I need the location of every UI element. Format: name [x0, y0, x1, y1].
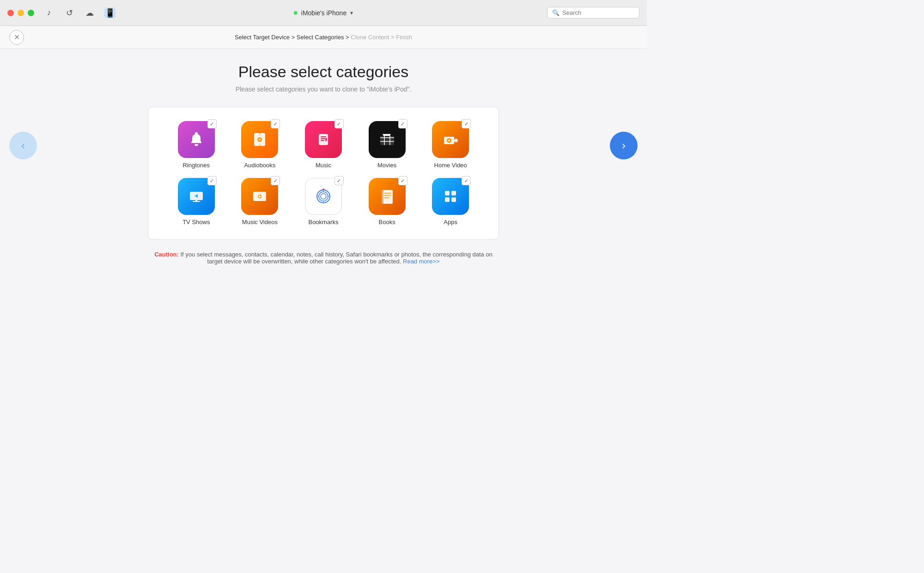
check-badge-music: ✓: [334, 119, 344, 128]
category-item-musicvideos[interactable]: ✓Music Videos: [231, 178, 290, 226]
category-item-ringtones[interactable]: ✓Ringtones: [167, 121, 226, 169]
step1-label: Select Target Device: [235, 34, 290, 41]
step4-label: Finish: [396, 34, 412, 41]
category-item-audiobooks[interactable]: ✓Audiobooks: [231, 121, 290, 169]
category-icon-wrap-apps: ✓: [432, 178, 469, 215]
history-icon[interactable]: ↺: [64, 7, 75, 18]
category-label-musicvideos: Music Videos: [242, 219, 278, 226]
breadcrumb-bar: ✕ Select Target Device > Select Categori…: [0, 26, 647, 49]
category-label-bookmarks: Bookmarks: [308, 219, 338, 226]
category-item-bookmarks[interactable]: ✓Bookmarks: [294, 178, 353, 226]
category-label-movies: Movies: [377, 162, 396, 169]
step2-label: Select Categories: [297, 34, 344, 41]
titlebar-icons: ♪ ↺ ☁ 📱: [43, 7, 116, 18]
category-label-audiobooks: Audiobooks: [244, 162, 275, 169]
device-name-label: iMobie's iPhone: [301, 9, 346, 17]
category-item-music[interactable]: ✓Music: [294, 121, 353, 169]
category-item-movies[interactable]: ✓Movies: [358, 121, 417, 169]
svg-rect-21: [451, 191, 456, 195]
check-badge-books: ✓: [398, 176, 407, 185]
search-icon: 🔍: [552, 9, 559, 16]
category-container: ✓Ringtones✓Audiobooks✓Music✓Movies✓Home …: [148, 107, 499, 240]
category-label-ringtones: Ringtones: [183, 162, 210, 169]
maximize-traffic-light[interactable]: [28, 10, 34, 16]
check-badge-apps: ✓: [462, 176, 471, 185]
caution-bar: Caution: If you select messages, contact…: [148, 251, 499, 265]
caution-text: If you select messages, contacts, calend…: [180, 251, 492, 265]
category-icon-wrap-audiobooks: ✓: [241, 121, 278, 158]
caution-label: Caution:: [154, 251, 179, 258]
back-button[interactable]: ‹: [9, 132, 37, 159]
check-badge-homevideo: ✓: [462, 119, 471, 128]
category-item-apps[interactable]: ✓Apps: [421, 178, 480, 226]
page-subtitle: Please select categories you want to clo…: [236, 85, 412, 93]
svg-point-6: [454, 139, 458, 142]
category-item-books[interactable]: ✓Books: [358, 178, 417, 226]
minimize-traffic-light[interactable]: [18, 10, 24, 16]
search-box[interactable]: 🔍: [547, 7, 639, 18]
category-label-music: Music: [316, 162, 331, 169]
search-input[interactable]: [562, 9, 634, 16]
category-icon-wrap-ringtones: ✓: [178, 121, 215, 158]
category-icon-wrap-tvshows: ✓: [178, 178, 215, 215]
svg-point-15: [319, 192, 328, 201]
check-badge-bookmarks: ✓: [334, 176, 344, 185]
category-icon-wrap-homevideo: ✓: [432, 121, 469, 158]
svg-rect-23: [451, 197, 456, 202]
close-button[interactable]: ✕: [9, 30, 24, 45]
music-icon[interactable]: ♪: [43, 7, 55, 18]
breadcrumb: Select Target Device > Select Categories…: [235, 34, 412, 41]
traffic-lights: [7, 10, 34, 16]
device-chevron-icon: ▾: [350, 10, 353, 16]
check-badge-audiobooks: ✓: [271, 119, 280, 128]
svg-rect-11: [195, 200, 197, 201]
sep2: >: [344, 34, 351, 41]
forward-button[interactable]: ›: [610, 132, 638, 159]
sep1: >: [290, 34, 297, 41]
category-label-tvshows: TV Shows: [182, 219, 210, 226]
svg-point-8: [448, 140, 450, 141]
page-title: Please select categories: [238, 63, 409, 81]
step3-label: Clone Content: [351, 34, 389, 41]
category-grid: ✓Ringtones✓Audiobooks✓Music✓Movies✓Home …: [167, 121, 480, 226]
device-status-dot: [294, 11, 298, 15]
cloud-icon[interactable]: ☁: [84, 7, 95, 18]
svg-point-16: [321, 194, 326, 199]
category-item-tvshows[interactable]: ✓TV Shows: [167, 178, 226, 226]
category-icon-wrap-bookmarks: ✓: [305, 178, 342, 215]
svg-point-2: [259, 139, 261, 140]
phone-icon[interactable]: 📱: [104, 7, 116, 18]
main-area: ‹ › Please select categories Please sele…: [0, 49, 647, 279]
main-content: Please select categories Please select c…: [0, 49, 647, 279]
check-badge-musicvideos: ✓: [271, 176, 280, 185]
close-traffic-light[interactable]: [7, 10, 14, 16]
device-selector[interactable]: iMobie's iPhone ▾: [294, 9, 353, 17]
svg-rect-19: [382, 190, 383, 204]
titlebar: ♪ ↺ ☁ 📱 iMobie's iPhone ▾ 🔍: [0, 0, 647, 26]
category-item-homevideo[interactable]: ✓Home Video: [421, 121, 480, 169]
category-label-homevideo: Home Video: [434, 162, 467, 169]
check-badge-tvshows: ✓: [207, 176, 217, 185]
sep3: >: [389, 34, 396, 41]
category-icon-wrap-music: ✓: [305, 121, 342, 158]
category-label-books: Books: [379, 219, 395, 226]
category-icon-wrap-movies: ✓: [369, 121, 406, 158]
svg-rect-20: [445, 191, 450, 195]
svg-rect-22: [445, 197, 450, 202]
check-badge-ringtones: ✓: [207, 119, 217, 128]
category-label-apps: Apps: [444, 219, 457, 226]
read-more-link[interactable]: Read more>>: [403, 258, 440, 265]
svg-rect-4: [380, 136, 394, 145]
check-badge-movies: ✓: [398, 119, 407, 128]
category-icon-wrap-musicvideos: ✓: [241, 178, 278, 215]
category-icon-wrap-books: ✓: [369, 178, 406, 215]
